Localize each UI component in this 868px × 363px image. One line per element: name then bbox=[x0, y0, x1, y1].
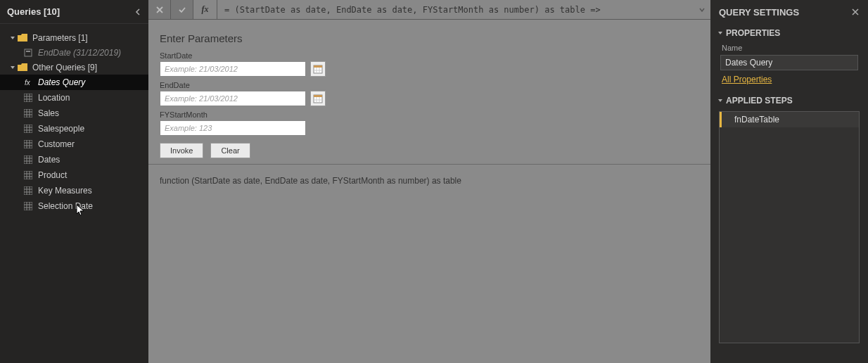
tree-item-dates[interactable]: Dates bbox=[0, 152, 148, 167]
tree-item-label: Dates bbox=[38, 155, 60, 165]
query-settings-header: QUERY SETTINGS bbox=[710, 0, 868, 24]
tree-group-parameters[interactable]: Parameters [1] bbox=[0, 31, 148, 45]
editor-area: fx Enter Parameters StartDate EndDate FY… bbox=[148, 0, 710, 363]
svg-rect-28 bbox=[24, 171, 32, 179]
svg-rect-0 bbox=[25, 49, 32, 56]
properties-section-header[interactable]: PROPERTIES bbox=[710, 24, 868, 41]
field-label-enddate: EndDate bbox=[160, 81, 699, 89]
applied-step-label: fnDateTable bbox=[734, 115, 779, 125]
fx-icon: fx bbox=[193, 0, 217, 19]
startdate-input[interactable] bbox=[160, 61, 306, 77]
applied-steps-list: fnDateTable bbox=[719, 111, 860, 343]
table-icon bbox=[23, 124, 34, 134]
name-label: Name bbox=[710, 44, 868, 52]
cancel-formula-button[interactable] bbox=[148, 0, 171, 19]
table-icon bbox=[23, 139, 34, 149]
parameters-heading: Enter Parameters bbox=[160, 32, 699, 44]
chevron-down-icon bbox=[10, 65, 17, 70]
table-icon bbox=[23, 108, 34, 118]
svg-rect-1 bbox=[26, 51, 30, 52]
tree-item-product[interactable]: Product bbox=[0, 167, 148, 183]
query-settings-panel: QUERY SETTINGS PROPERTIES Name All Prope… bbox=[710, 0, 868, 363]
svg-rect-23 bbox=[24, 155, 32, 164]
svg-rect-38 bbox=[24, 202, 32, 210]
applied-steps-label: APPLIED STEPS bbox=[726, 96, 793, 106]
queries-title: Queries [10] bbox=[7, 6, 134, 17]
tree-item-location[interactable]: Location bbox=[0, 90, 148, 106]
applied-step-fndatetable[interactable]: fnDateTable bbox=[720, 112, 859, 127]
tree-item-enddate[interactable]: EndDate (31/12/2019) bbox=[0, 45, 148, 60]
queries-tree: Parameters [1] EndDate (31/12/2019) Othe… bbox=[0, 24, 148, 214]
tree-item-dates-query[interactable]: fx Dates Query bbox=[0, 75, 148, 90]
tree-item-label: Customer bbox=[38, 139, 75, 149]
signature-type-3: as number) as table bbox=[385, 176, 461, 186]
chevron-down-icon bbox=[717, 30, 725, 36]
tree-item-label: Salespeople bbox=[38, 124, 84, 134]
tree-group-other-queries[interactable]: Other Queries [9] bbox=[0, 60, 148, 75]
field-label-fystartmonth: FYStartMonth bbox=[160, 110, 699, 119]
signature-prefix: function ( bbox=[160, 176, 194, 186]
signature-param-fystartmonth: FYStartMonth bbox=[333, 176, 385, 186]
tree-item-label: Key Measures bbox=[38, 186, 92, 196]
queries-header: Queries [10] bbox=[0, 0, 148, 24]
formula-expand-button[interactable] bbox=[694, 0, 710, 19]
formula-input[interactable] bbox=[217, 0, 694, 19]
enddate-input[interactable] bbox=[160, 91, 306, 106]
svg-rect-3 bbox=[24, 94, 32, 102]
tree-item-key-measures[interactable]: Key Measures bbox=[0, 183, 148, 198]
all-properties-link[interactable]: All Properties bbox=[710, 75, 868, 84]
close-settings-button[interactable] bbox=[851, 8, 860, 16]
confirm-formula-button[interactable] bbox=[171, 0, 193, 19]
tree-item-label: Sales bbox=[38, 108, 59, 118]
parameter-icon bbox=[23, 48, 34, 58]
svg-rect-33 bbox=[24, 186, 32, 195]
svg-text:fx: fx bbox=[25, 79, 31, 87]
queries-panel: Queries [10] Parameters [1] EndDate (31/… bbox=[0, 0, 148, 363]
applied-steps-section-header[interactable]: APPLIED STEPS bbox=[710, 91, 868, 108]
tree-group-label: Other Queries [9] bbox=[32, 63, 97, 72]
table-icon bbox=[23, 170, 34, 180]
tree-item-label: EndDate (31/12/2019) bbox=[38, 48, 121, 58]
table-icon bbox=[23, 155, 34, 165]
table-icon bbox=[23, 201, 34, 211]
chevron-down-icon bbox=[717, 98, 725, 103]
enter-parameters-panel: Enter Parameters StartDate EndDate FYSta… bbox=[148, 20, 710, 165]
invoke-button[interactable]: Invoke bbox=[160, 143, 203, 158]
signature-param-enddate: EndDate bbox=[264, 176, 298, 186]
field-label-startdate: StartDate bbox=[160, 51, 699, 60]
tree-group-label: Parameters [1] bbox=[32, 33, 88, 43]
folder-icon bbox=[17, 33, 28, 43]
properties-label: PROPERTIES bbox=[726, 28, 780, 38]
signature-param-startdate: StartDate bbox=[194, 176, 230, 186]
chevron-down-icon bbox=[10, 35, 17, 41]
table-icon bbox=[23, 186, 34, 196]
svg-rect-13 bbox=[24, 125, 32, 133]
collapse-left-icon[interactable] bbox=[134, 8, 141, 15]
enddate-datepicker-button[interactable] bbox=[310, 91, 326, 106]
tree-item-label: Location bbox=[38, 93, 70, 103]
tree-item-label: Selection Date bbox=[38, 201, 93, 211]
query-settings-title: QUERY SETTINGS bbox=[719, 7, 799, 18]
folder-icon bbox=[17, 63, 28, 72]
fx-icon: fx bbox=[23, 77, 34, 87]
svg-rect-18 bbox=[24, 140, 32, 148]
tree-item-sales[interactable]: Sales bbox=[0, 106, 148, 121]
tree-item-label: Dates Query bbox=[38, 77, 85, 87]
tree-item-salespeople[interactable]: Salespeople bbox=[0, 121, 148, 136]
tree-item-selection-date[interactable]: Selection Date bbox=[0, 198, 148, 214]
clear-button[interactable]: Clear bbox=[210, 143, 250, 158]
tree-item-customer[interactable]: Customer bbox=[0, 136, 148, 152]
svg-rect-44 bbox=[314, 65, 322, 68]
svg-rect-49 bbox=[314, 95, 322, 97]
startdate-datepicker-button[interactable] bbox=[310, 61, 326, 77]
fystartmonth-input[interactable] bbox=[160, 120, 306, 136]
signature-type-2: as date, bbox=[298, 176, 332, 186]
function-signature: function (StartDate as date, EndDate as … bbox=[148, 165, 710, 197]
signature-type-1: as date, bbox=[230, 176, 264, 186]
tree-item-label: Product bbox=[38, 170, 67, 180]
query-name-input[interactable] bbox=[720, 55, 858, 70]
table-icon bbox=[23, 93, 34, 103]
formula-bar: fx bbox=[148, 0, 710, 20]
svg-rect-8 bbox=[24, 109, 32, 117]
